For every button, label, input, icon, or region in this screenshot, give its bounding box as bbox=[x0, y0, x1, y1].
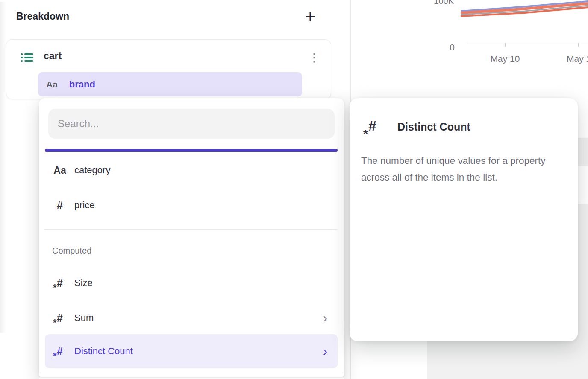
add-breakdown-button[interactable]: + bbox=[299, 6, 321, 28]
selected-property-label: brand bbox=[69, 79, 95, 90]
y-axis-label-100k: 100K bbox=[424, 0, 454, 6]
kebab-menu-icon[interactable]: ⋮ bbox=[307, 49, 321, 66]
selected-breakdown-property[interactable]: Aa brand bbox=[38, 72, 302, 96]
dropdown-item-label: Size bbox=[74, 277, 93, 289]
chevron-right-icon: › bbox=[323, 312, 327, 324]
search-box bbox=[48, 109, 335, 139]
string-type-icon: Aa bbox=[46, 79, 58, 90]
line-chart-series bbox=[461, 0, 588, 20]
tooltip-title: Distinct Count bbox=[397, 120, 470, 133]
dropdown-item-label: price bbox=[74, 200, 95, 211]
computed-number-icon: #* bbox=[57, 278, 63, 289]
computed-section-label: Computed bbox=[52, 246, 91, 256]
dropdown-item-size[interactable]: #* Size bbox=[45, 271, 338, 295]
string-type-icon: Aa bbox=[53, 165, 66, 176]
search-input[interactable] bbox=[48, 109, 335, 139]
breakdown-title: Breakdown bbox=[16, 11, 69, 22]
computed-number-icon: #* bbox=[57, 313, 63, 324]
dropdown-item-distinct-count[interactable]: #* Distinct Count › bbox=[45, 334, 338, 368]
breakdown-card: cart ⋮ Aa brand bbox=[6, 39, 331, 99]
x-axis-label-may1: May 1 bbox=[567, 54, 588, 64]
x-axis-tick bbox=[578, 43, 579, 47]
list-property-icon bbox=[21, 53, 34, 62]
selected-item-indicator bbox=[45, 149, 338, 152]
x-axis-line bbox=[468, 43, 588, 43]
left-edge-shadow bbox=[0, 2, 6, 333]
tooltip-description: The number of unique values for a proper… bbox=[361, 152, 567, 186]
property-details-tooltip: #* Distinct Count The number of unique v… bbox=[350, 98, 578, 341]
dropdown-section-divider bbox=[45, 229, 338, 230]
list-property-name: cart bbox=[44, 49, 62, 63]
dropdown-item-category[interactable]: Aa category bbox=[45, 158, 338, 183]
dropdown-item-label: Distinct Count bbox=[74, 346, 133, 357]
computed-number-icon: #* bbox=[368, 119, 376, 133]
x-axis-tick bbox=[505, 43, 506, 47]
dropdown-item-price[interactable]: # price bbox=[45, 193, 338, 218]
x-axis-label-may10: May 10 bbox=[488, 54, 522, 64]
computed-number-icon: #* bbox=[57, 346, 63, 357]
plus-icon: + bbox=[305, 7, 316, 27]
dropdown-item-label: category bbox=[74, 165, 110, 176]
chevron-right-icon: › bbox=[323, 346, 327, 357]
number-type-icon: # bbox=[57, 200, 63, 211]
dropdown-item-label: Sum bbox=[74, 312, 94, 324]
dropdown-item-sum[interactable]: #* Sum › bbox=[45, 306, 338, 330]
y-axis-label-0: 0 bbox=[441, 42, 455, 52]
property-dropdown: Aa category # price Computed #* Size #* … bbox=[39, 98, 344, 379]
